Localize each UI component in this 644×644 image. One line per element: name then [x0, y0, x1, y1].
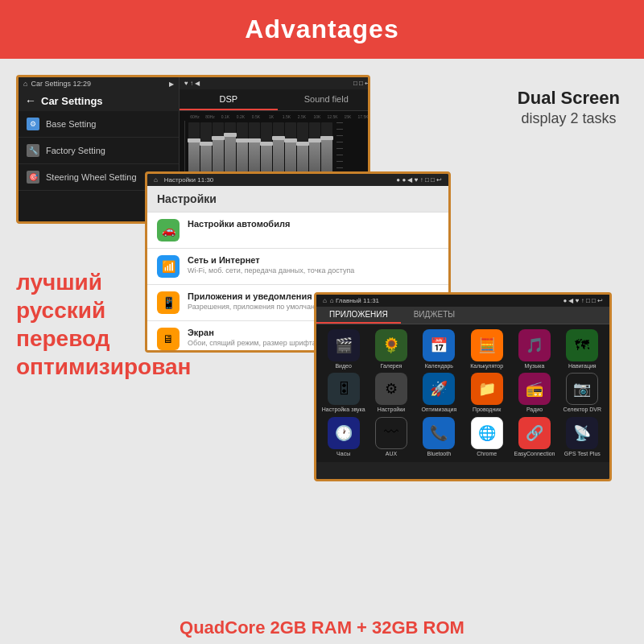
screen2-item-text-0: Настройки автомобиля: [188, 219, 439, 229]
factory-setting-label: Factory Setting: [46, 146, 105, 155]
car-settings-titlebar: ← Car Settings: [19, 90, 179, 111]
app-icon-video: 🎬: [328, 329, 360, 361]
home-icon: ⌂: [23, 80, 27, 88]
app-label-aux: AUX: [386, 451, 397, 457]
eq-label-9: 12.5K: [325, 114, 340, 119]
app-chrome[interactable]: 🌐 Chrome: [464, 417, 509, 457]
screen2-item-title-1: Сеть и Интернет: [188, 255, 439, 265]
app-icon-clock: 🕐: [328, 417, 360, 449]
eq-label-3: 0.2K: [233, 114, 248, 119]
tab-widgets[interactable]: ВИДЖЕТЫ: [401, 307, 469, 324]
app-label-video: Видео: [335, 363, 351, 369]
app-calculator[interactable]: 🧮 Калькулятор: [464, 329, 509, 369]
eq-label-0: 60Hz: [188, 114, 202, 119]
back-arrow-icon[interactable]: ←: [25, 94, 36, 107]
screen2-home-icon: ⌂: [154, 176, 158, 184]
app-icon-sound-settings: 🎛: [328, 373, 360, 405]
steering-wheel-icon: 🎯: [27, 171, 39, 184]
app-radio[interactable]: 📻 Радио: [512, 373, 556, 413]
app-icon-easyconnection: 🔗: [518, 417, 551, 449]
app-label-explorer: Проводник: [473, 407, 501, 413]
content-area: ⌂ Car Settings 12:29 ▶ ← Car Settings ⚙ …: [0, 59, 644, 644]
app-easyconnection[interactable]: 🔗 EasyConnection: [512, 417, 556, 457]
tab-sound-field[interactable]: Sound field: [278, 89, 371, 110]
tab-dsp[interactable]: DSP: [180, 89, 278, 110]
app-label-optimize: Оптимизация: [421, 407, 456, 413]
dsp-status-left: ♥ ↑ ◀: [184, 80, 200, 87]
app-icon-radio: 📻: [518, 373, 551, 405]
app-icon-navigation: 🗺: [566, 329, 598, 361]
screen3-statusbar: ⌂ ⌂ Главный 11:31 ● ◀ ♥ ↑ □ □ ↩: [316, 295, 609, 307]
apps-icon: 📱: [157, 291, 180, 314]
app-icon-aux: 〰: [375, 417, 407, 449]
steering-wheel-label: Steering Wheel Setting: [46, 172, 137, 182]
app-video[interactable]: 🎬 Видео: [321, 329, 365, 369]
screen2-item-1[interactable]: 📶 Сеть и Интернет Wi-Fi, моб. сети, пере…: [147, 249, 448, 285]
eq-label-8: 10K: [310, 114, 324, 119]
app-label-calculator: Калькулятор: [470, 363, 503, 369]
app-icon-calendar: 📅: [423, 329, 455, 361]
app-icon-chrome: 🌐: [471, 417, 503, 449]
dsp-status-right: □ □ ↩: [353, 80, 370, 87]
screen2-item-title-0: Настройки автомобиля: [188, 219, 439, 229]
app-icon-calculator: 🧮: [471, 329, 503, 361]
app-calendar[interactable]: 📅 Календарь: [417, 329, 461, 369]
app-music[interactable]: 🎵 Музыка: [512, 329, 556, 369]
app-aux[interactable]: 〰 AUX: [369, 417, 413, 457]
eq-label-7: 2.5K: [295, 114, 309, 119]
screen2-item-sub-1: Wi-Fi, моб. сети, передача данных, точка…: [188, 266, 439, 275]
menu-item-factory-setting[interactable]: 🔧 Factory Setting: [19, 138, 179, 164]
screen3-statusbar-right: ● ◀ ♥ ↑ □ □ ↩: [563, 297, 603, 304]
app-icon-gps: 📡: [566, 417, 598, 449]
app-label-sound-settings: Настройка звука: [322, 407, 365, 413]
factory-setting-icon: 🔧: [27, 144, 39, 157]
base-setting-label: Base Setting: [46, 119, 96, 129]
app-dvr[interactable]: 📷 Селектор DVR: [560, 373, 605, 413]
tab-apps[interactable]: ПРИЛОЖЕНИЯ: [316, 307, 401, 324]
app-gallery[interactable]: 🌻 Галерея: [369, 329, 413, 369]
menu-item-base-setting[interactable]: ⚙ Base Setting: [19, 111, 179, 138]
app-label-easyconnection: EasyConnection: [514, 451, 555, 457]
app-icon-music: 🎵: [518, 329, 551, 361]
app-optimize[interactable]: 🚀 Оптимизация: [417, 373, 461, 413]
app-explorer[interactable]: 📁 Проводник: [464, 373, 509, 413]
screen1-statusbar: ⌂ Car Settings 12:29 ▶: [19, 77, 179, 90]
eq-label-4: 0.5K: [249, 114, 263, 119]
network-icon: 📶: [157, 255, 180, 278]
status-icons: ▶: [169, 80, 174, 88]
apps-grid: 🎬 Видео 🌻 Галерея 📅 Календарь 🧮 Калькуля…: [316, 324, 609, 462]
screen3-device: ⌂ ⌂ Главный 11:31 ● ◀ ♥ ↑ □ □ ↩ ПРИЛОЖЕН…: [314, 292, 612, 481]
dual-screen-subtitle: display 2 tasks: [518, 110, 620, 127]
app-label-bluetooth: Bluetooth: [427, 451, 452, 457]
screen3-tabs: ПРИЛОЖЕНИЯ ВИДЖЕТЫ: [316, 307, 609, 324]
eq-label-10: 15K: [341, 114, 355, 119]
app-label-music: Музыка: [525, 363, 545, 369]
display-icon: 🖥: [157, 328, 180, 350]
eq-label-11: 17.5K: [356, 114, 370, 119]
app-label-radio: Радио: [526, 407, 543, 413]
app-settings[interactable]: ⚙ Настройки: [369, 373, 413, 413]
screen2-item-text-1: Сеть и Интернет Wi-Fi, моб. сети, переда…: [188, 255, 439, 275]
app-sound-settings[interactable]: 🎛 Настройка звука: [321, 373, 365, 413]
header: Advantages: [0, 0, 644, 59]
footer: QuadCore 2GB RAM + 32GB ROM: [0, 617, 644, 638]
app-clock[interactable]: 🕐 Часы: [321, 417, 365, 457]
app-label-chrome: Chrome: [477, 451, 497, 457]
dsp-tabs: DSP Sound field: [180, 89, 370, 111]
app-bluetooth[interactable]: 📞 Bluetooth: [417, 417, 461, 457]
app-label-navigation: Навигация: [568, 363, 597, 369]
dsp-statusbar: ♥ ↑ ◀ □ □ ↩: [180, 77, 370, 89]
app-gps[interactable]: 📡 GPS Test Plus: [560, 417, 605, 457]
eq-label-1: 80Hz: [203, 114, 217, 119]
dual-screen-title: Dual Screen: [518, 87, 620, 110]
screen2-statusbar: ⌂ Настройки 11:30 ● ● ◀ ♥ ↑ □ □ ↩: [147, 174, 448, 186]
screen2-header: Настройки: [147, 186, 448, 213]
app-navigation[interactable]: 🗺 Навигация: [560, 329, 605, 369]
screen2-item-0[interactable]: 🚗 Настройки автомобиля: [147, 213, 448, 249]
app-label-gps: GPS Test Plus: [564, 451, 601, 457]
app-icon-bluetooth: 📞: [423, 417, 455, 449]
screen2-status-icons: ● ● ◀ ♥ ↑ □ □ ↩: [396, 176, 442, 184]
eq-label-6: 1.5K: [279, 114, 294, 119]
screen2-statusbar-text: Настройки 11:30: [164, 176, 394, 184]
screen3-statusbar-left: ⌂ Главный 11:31: [330, 297, 564, 304]
